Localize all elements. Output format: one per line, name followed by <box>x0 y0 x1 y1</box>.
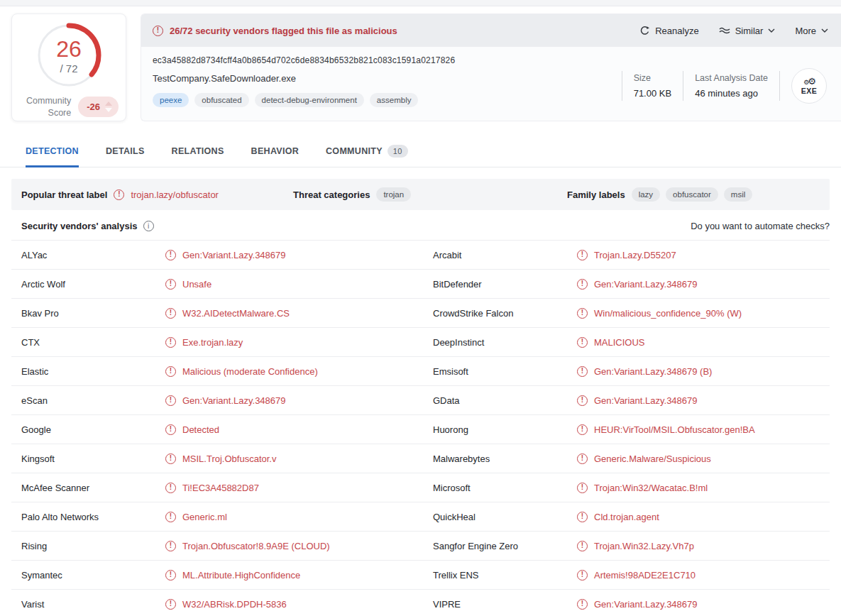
downvote-icon[interactable] <box>105 108 112 112</box>
tab-relations[interactable]: RELATIONS <box>172 136 224 167</box>
detection-label: Unsafe <box>182 279 211 290</box>
detection-label: Win/malicious_confidence_90% (W) <box>594 308 742 319</box>
vendor-name: CrowdStrike Falcon <box>433 308 577 319</box>
vendor-name: GData <box>433 395 577 406</box>
vendor-name: Arctic Wolf <box>21 279 165 290</box>
threat-category-tag[interactable]: trojan <box>376 187 411 202</box>
alert-icon: ! <box>165 366 176 377</box>
detections-count: 26 <box>56 38 82 60</box>
family-label-tag[interactable]: lazy <box>632 187 660 202</box>
tab-label: DETAILS <box>106 146 145 156</box>
vendor-result: !ML.Attribute.HighConfidence <box>165 570 433 581</box>
detection-label: Exe.trojan.lazy <box>182 337 243 348</box>
alert-icon: ! <box>577 453 588 464</box>
detection-label: Gen:Variant.Lazy.348679 <box>182 395 286 406</box>
last-analysis-date: Last Analysis Date 46 minutes ago <box>695 73 768 99</box>
vendor-name: BitDefender <box>433 279 577 290</box>
alert-icon: ! <box>577 512 588 522</box>
similar-button[interactable]: Similar <box>719 26 776 36</box>
alert-icon: ! <box>165 424 176 435</box>
vendor-result: !Gen:Variant.Lazy.348679 <box>165 395 433 406</box>
tab-badge: 10 <box>387 145 408 158</box>
alert-icon: ! <box>577 424 588 435</box>
detection-label: W32.AIDetectMalware.CS <box>182 308 290 319</box>
file-sha256[interactable]: ec3a45882d8734fcff4a0b8654d702c6de8834b6… <box>153 55 622 65</box>
vendor-name: QuickHeal <box>433 512 577 522</box>
detection-label: ML.Attribute.HighConfidence <box>182 570 300 581</box>
tab-bar: DETECTIONDETAILSRELATIONSBEHAVIORCOMMUNI… <box>0 136 841 167</box>
vendor-name: Symantec <box>21 570 165 581</box>
vendor-result: !Malicious (moderate Confidence) <box>165 366 433 377</box>
file-tag[interactable]: obfuscated <box>194 93 248 107</box>
upvote-icon[interactable] <box>105 101 112 106</box>
file-tag[interactable]: peexe <box>153 93 189 107</box>
tab-community[interactable]: COMMUNITY10 <box>326 136 408 167</box>
vendor-result: !Gen:Variant.Lazy.348679 <box>577 279 830 290</box>
community-label-line2: Score <box>48 108 72 118</box>
gears-icon: ⚙⚙ <box>803 77 815 86</box>
family-label-tag[interactable]: obfuscator <box>666 187 718 202</box>
vendor-result: !Ti!EC3A45882D87 <box>165 483 433 493</box>
file-meta: Size 71.00 KB Last Analysis Date 46 minu… <box>622 55 827 107</box>
tab-behavior[interactable]: BEHAVIOR <box>251 136 299 167</box>
divider <box>683 71 683 101</box>
table-row: Kingsoft!MSIL.Troj.Obfuscator.vMalwareby… <box>11 444 830 473</box>
vendor-name: Palo Alto Networks <box>21 512 165 522</box>
community-score-label: Community Score <box>26 95 71 119</box>
vendor-name: Bkav Pro <box>21 308 165 319</box>
community-score-row: Community Score -26 <box>19 95 119 119</box>
vendor-name: Malwarebytes <box>433 453 577 464</box>
tab-label: BEHAVIOR <box>251 146 299 156</box>
detection-panel: Popular threat label ! trojan.lazy/obfus… <box>0 179 841 616</box>
family-labels-group: Family labels lazyobfuscatormsil <box>567 187 820 202</box>
alert-icon: ! <box>165 279 176 290</box>
table-row: Bkav Pro!W32.AIDetectMalware.CSCrowdStri… <box>11 298 830 327</box>
detection-label: Gen:Variant.Lazy.348679 <box>594 599 698 610</box>
info-icon[interactable]: i <box>143 221 154 231</box>
chevron-down-icon <box>768 28 775 33</box>
detection-label: Malicious (moderate Confidence) <box>182 366 318 377</box>
divider <box>622 71 622 101</box>
alert-icon: ! <box>165 483 176 493</box>
vendor-result: !HEUR:VirTool/MSIL.Obfuscator.gen!BA <box>577 424 830 435</box>
file-type-label: EXE <box>801 87 818 95</box>
vendor-result: !Trojan:Win32/Wacatac.B!ml <box>577 483 830 493</box>
top-strip <box>0 0 841 6</box>
vendor-result: !Trojan.Win32.Lazy.Vh7p <box>577 541 830 551</box>
vendor-name: Google <box>21 424 165 435</box>
vendor-result: !Exe.trojan.lazy <box>165 337 433 348</box>
tab-detection[interactable]: DETECTION <box>26 136 79 167</box>
file-tag[interactable]: detect-debug-environment <box>255 93 364 107</box>
reanalyze-label: Reanalyze <box>655 26 698 36</box>
threat-summary-band: Popular threat label ! trojan.lazy/obfus… <box>11 179 830 210</box>
file-size: Size 71.00 KB <box>634 73 672 99</box>
detection-label: Trojan.Obfuscator!8.9A9E (CLOUD) <box>182 541 330 551</box>
more-label: More <box>795 26 816 36</box>
last-analysis-label: Last Analysis Date <box>695 73 768 83</box>
table-row: Rising!Trojan.Obfuscator!8.9A9E (CLOUD)S… <box>11 531 830 560</box>
banner-text: 26/72 security vendors flagged this file… <box>170 26 397 36</box>
detection-label: Generic.Malware/Suspicious <box>594 453 711 464</box>
more-button[interactable]: More <box>795 26 828 36</box>
community-score-pill: -26 <box>78 97 119 117</box>
table-row: eScan!Gen:Variant.Lazy.348679GData!Gen:V… <box>11 385 830 414</box>
tab-label: RELATIONS <box>172 146 224 156</box>
tab-details[interactable]: DETAILS <box>106 136 145 167</box>
alert-icon: ! <box>165 512 176 522</box>
vendor-result: !Gen:Variant.Lazy.348679 <box>577 395 830 406</box>
alert-icon: ! <box>577 395 588 406</box>
detection-label: MSIL.Troj.Obfuscator.v <box>182 453 276 464</box>
detection-label: W32/ABRisk.DPDH-5836 <box>182 599 287 610</box>
similar-icon <box>719 26 730 35</box>
alert-icon: ! <box>577 570 588 581</box>
vendor-name: eScan <box>21 395 165 406</box>
family-label-tag[interactable]: msil <box>724 187 752 202</box>
vote-arrows <box>105 101 112 112</box>
reanalyze-button[interactable]: Reanalyze <box>639 26 698 36</box>
score-card: 26 / 72 Community Score -26 <box>11 13 126 121</box>
file-tag[interactable]: assembly <box>370 93 419 107</box>
automate-checks-link[interactable]: Do you want to automate checks? <box>691 221 830 231</box>
popular-threat-value[interactable]: trojan.lazy/obfuscator <box>131 189 219 200</box>
popular-threat-label-group: Popular threat label ! trojan.lazy/obfus… <box>21 189 293 200</box>
file-summary-card: ! 26/72 security vendors flagged this fi… <box>141 13 841 121</box>
